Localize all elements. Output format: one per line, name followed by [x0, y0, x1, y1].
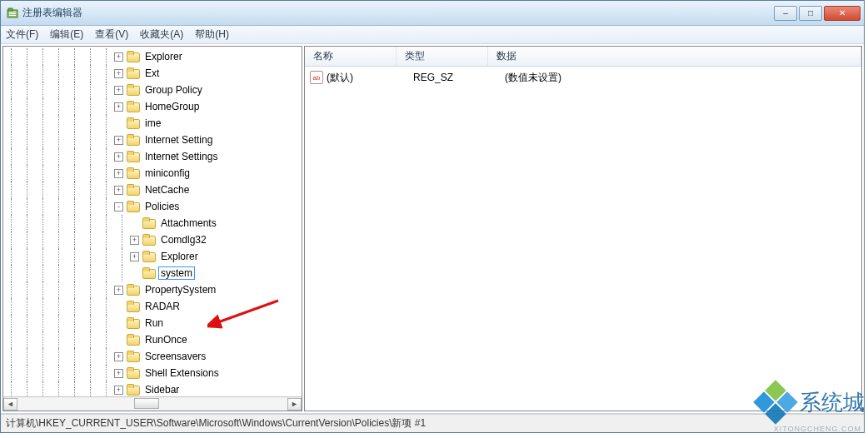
- registry-editor-window: 注册表编辑器 – □ ✕ 文件(F) 编辑(E) 查看(V) 收藏夹(A) 帮助…: [0, 0, 865, 433]
- tree-pane: +Explorer+Ext+Group Policy+HomeGroupime+…: [2, 46, 302, 411]
- values-header: 名称 类型 数据: [305, 47, 861, 67]
- tree-item[interactable]: +Screensavers: [3, 348, 302, 365]
- tree-scroll[interactable]: +Explorer+Ext+Group Policy+HomeGroupime+…: [3, 47, 302, 396]
- tree-item[interactable]: +Sidebar: [3, 381, 302, 396]
- tree-item[interactable]: Run: [3, 315, 302, 331]
- tree-item[interactable]: -Policies: [3, 198, 302, 215]
- tree-item[interactable]: ime: [3, 115, 302, 132]
- value-name: (默认): [327, 71, 413, 85]
- svg-rect-2: [9, 12, 16, 12]
- values-pane: 名称 类型 数据 ab(默认)REG_SZ(数值未设置): [304, 46, 862, 411]
- tree-item[interactable]: +HomeGroup: [3, 98, 302, 115]
- value-row[interactable]: ab(默认)REG_SZ(数值未设置): [305, 69, 861, 86]
- tree-item[interactable]: +Ext: [3, 65, 302, 82]
- tree-item[interactable]: RADAR: [3, 298, 302, 315]
- menubar: 文件(F) 编辑(E) 查看(V) 收藏夹(A) 帮助(H): [1, 26, 864, 44]
- tree-item-label: NetCache: [142, 183, 192, 197]
- folder-icon: [142, 217, 156, 229]
- expand-icon[interactable]: +: [114, 102, 123, 112]
- col-data[interactable]: 数据: [488, 47, 861, 66]
- tree-item-label: HomeGroup: [142, 100, 202, 113]
- collapse-icon[interactable]: -: [114, 202, 123, 212]
- expand-icon[interactable]: +: [114, 386, 123, 395]
- col-name[interactable]: 名称: [305, 47, 397, 66]
- menu-help[interactable]: 帮助(H): [195, 27, 229, 42]
- window-buttons: – □ ✕: [774, 6, 861, 21]
- tree-item-label: miniconfig: [142, 167, 192, 180]
- tree-item[interactable]: +Explorer: [3, 248, 302, 265]
- folder-icon: [127, 301, 140, 312]
- expand-icon: [114, 319, 123, 328]
- svg-rect-4: [9, 15, 16, 16]
- maximize-button[interactable]: □: [799, 6, 822, 21]
- tree-item[interactable]: +NetCache: [3, 182, 302, 198]
- tree-item-label[interactable]: system: [158, 266, 195, 280]
- expand-icon: [130, 269, 139, 278]
- expand-icon[interactable]: +: [114, 52, 123, 62]
- tree-item[interactable]: +PropertySystem: [3, 281, 302, 298]
- tree-item[interactable]: +Internet Setting: [3, 132, 302, 148]
- expand-icon: [114, 119, 123, 128]
- watermark-text: 系统城: [800, 388, 865, 417]
- tree-item-label: Attachments: [158, 217, 219, 230]
- values-list: ab(默认)REG_SZ(数值未设置): [305, 67, 861, 88]
- tree-item[interactable]: +Comdlg32: [3, 231, 302, 248]
- expand-icon[interactable]: +: [114, 136, 123, 145]
- tree-item-label: Screensavers: [142, 350, 208, 363]
- folder-icon: [127, 367, 140, 379]
- tree-item-label: Explorer: [158, 250, 201, 263]
- expand-icon[interactable]: +: [114, 286, 123, 295]
- expand-icon[interactable]: +: [114, 152, 123, 162]
- expand-icon[interactable]: +: [114, 86, 123, 95]
- folder-icon: [127, 317, 140, 329]
- scroll-track[interactable]: [17, 398, 287, 411]
- titlebar[interactable]: 注册表编辑器 – □ ✕: [1, 1, 864, 26]
- app-icon: [6, 7, 19, 20]
- watermark: 系统城: [756, 383, 865, 421]
- tree-item-label: Comdlg32: [158, 233, 209, 246]
- folder-icon: [142, 234, 156, 246]
- folder-icon: [142, 267, 156, 279]
- expand-icon[interactable]: +: [114, 369, 123, 378]
- menu-view[interactable]: 查看(V): [95, 27, 128, 42]
- tree-item[interactable]: system: [3, 265, 302, 281]
- scroll-left-button[interactable]: ◄: [3, 398, 17, 411]
- string-value-icon: ab: [310, 71, 323, 84]
- tree-item-label: Policies: [142, 200, 182, 213]
- tree-item-label: PropertySystem: [142, 283, 218, 296]
- expand-icon[interactable]: +: [114, 186, 123, 195]
- expand-icon[interactable]: +: [114, 169, 123, 178]
- expand-icon[interactable]: +: [130, 236, 139, 245]
- folder-icon: [127, 151, 140, 162]
- tree-item-label: RunOnce: [142, 333, 190, 346]
- tree-item-label: Group Policy: [142, 83, 205, 97]
- tree-item-label: Explorer: [142, 50, 185, 63]
- tree-item[interactable]: +Internet Settings: [3, 148, 302, 165]
- client-area: +Explorer+Ext+Group Policy+HomeGroupime+…: [1, 44, 864, 414]
- folder-icon: [127, 101, 140, 112]
- expand-icon: [114, 336, 123, 345]
- expand-icon[interactable]: +: [130, 252, 139, 261]
- expand-icon[interactable]: +: [114, 69, 123, 78]
- tree-item[interactable]: +Explorer: [3, 48, 302, 65]
- close-button[interactable]: ✕: [824, 6, 861, 21]
- statusbar: 计算机\HKEY_CURRENT_USER\Software\Microsoft…: [1, 414, 864, 432]
- menu-edit[interactable]: 编辑(E): [50, 27, 83, 42]
- menu-file[interactable]: 文件(F): [6, 27, 38, 42]
- scroll-thumb[interactable]: [134, 398, 159, 409]
- menu-favorites[interactable]: 收藏夹(A): [140, 27, 183, 42]
- scroll-right-button[interactable]: ►: [287, 398, 302, 411]
- tree-item[interactable]: +Shell Extensions: [3, 365, 302, 381]
- folder-icon: [127, 384, 140, 396]
- watermark-logo-icon: [756, 383, 795, 421]
- value-data: (数值未设置): [505, 71, 861, 85]
- tree-item[interactable]: +miniconfig: [3, 165, 302, 182]
- tree-item[interactable]: +Group Policy: [3, 82, 302, 98]
- col-type[interactable]: 类型: [397, 47, 488, 66]
- tree-horizontal-scrollbar[interactable]: ◄ ►: [3, 396, 302, 411]
- tree-item[interactable]: Attachments: [3, 215, 302, 231]
- expand-icon: [114, 302, 123, 311]
- tree-item[interactable]: RunOnce: [3, 331, 302, 348]
- minimize-button[interactable]: –: [774, 6, 797, 21]
- expand-icon[interactable]: +: [114, 352, 123, 361]
